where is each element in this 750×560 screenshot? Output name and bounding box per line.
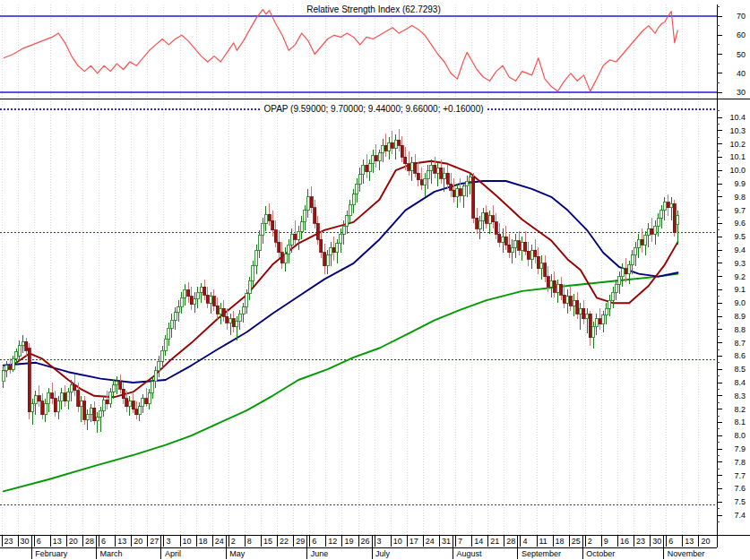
x-day-label: 16 — [620, 537, 629, 546]
price-ytick-label: 9.4 — [734, 246, 746, 254]
candle — [362, 165, 365, 174]
candle — [553, 280, 556, 292]
price-ytick-label: 8.0 — [734, 431, 746, 440]
x-day-label: 30 — [652, 537, 661, 546]
candle — [290, 234, 293, 245]
x-day-label: 10 — [183, 537, 192, 546]
candle — [628, 264, 631, 273]
candle — [336, 244, 339, 253]
price-ytick-label: 7.7 — [734, 471, 746, 480]
rsi-ytick-label: 30 — [737, 88, 746, 97]
candle — [158, 361, 160, 370]
candle — [488, 216, 491, 224]
x-day-label: 14 — [474, 537, 483, 546]
rsi-panel-title: Relative Strength Index (62.7293) — [304, 4, 444, 14]
candle — [180, 297, 183, 306]
price-ytick-label: 7.9 — [734, 444, 746, 453]
price-ytick-label: 7.4 — [734, 511, 746, 520]
candle — [637, 239, 640, 247]
x-month-label: November — [668, 549, 705, 558]
rsi-ytick-label: 60 — [737, 30, 746, 39]
x-day-label: 2 — [588, 537, 592, 546]
x-day-label: 2 — [231, 537, 236, 546]
candle — [77, 391, 80, 407]
candle — [220, 308, 222, 314]
candle — [132, 401, 134, 409]
candle — [391, 142, 393, 148]
candle — [618, 277, 621, 285]
opap-chart-window: 304050607010.410.310.210.110.09.99.89.79… — [0, 0, 750, 560]
x-day-label: 15 — [263, 537, 272, 546]
candle — [51, 393, 54, 399]
candle — [60, 393, 63, 401]
candle — [194, 299, 196, 305]
candle — [300, 222, 303, 231]
candle — [116, 382, 118, 385]
candle — [255, 250, 258, 266]
x-day-label: 6 — [668, 537, 673, 546]
candle — [119, 382, 122, 390]
candle — [168, 328, 170, 339]
candle — [264, 214, 267, 223]
candle — [5, 366, 8, 371]
price-ytick-label: 8.2 — [734, 405, 746, 414]
x-day-label: 28 — [85, 537, 94, 546]
candle — [478, 220, 481, 228]
candle — [384, 145, 387, 151]
x-day-label: 17 — [409, 537, 418, 546]
candle — [459, 189, 461, 195]
candle — [109, 392, 112, 403]
x-month-label: June — [311, 549, 329, 558]
price-ytick-label: 7.5 — [734, 497, 746, 506]
candle — [508, 245, 511, 253]
candle — [641, 239, 643, 245]
candle — [122, 389, 125, 398]
candle — [647, 228, 650, 235]
candle — [28, 349, 30, 412]
candle — [86, 415, 89, 420]
candle — [304, 211, 306, 222]
x-day-label: 4 — [522, 537, 527, 546]
rsi-ytick-label: 40 — [737, 69, 746, 78]
candle — [38, 396, 40, 401]
candle — [599, 319, 601, 324]
candle — [288, 245, 290, 254]
price-ytick-label: 10.4 — [729, 113, 746, 122]
candle — [482, 213, 485, 221]
candle — [320, 239, 323, 253]
candle — [592, 327, 595, 338]
candle — [90, 408, 92, 414]
candle — [323, 253, 326, 266]
candle — [527, 251, 530, 259]
candle — [206, 295, 209, 303]
candle — [102, 400, 105, 410]
candle — [462, 186, 465, 195]
candle — [436, 168, 439, 173]
candle — [401, 145, 403, 157]
candle — [294, 234, 297, 239]
x-day-label: 18 — [556, 537, 565, 546]
candle — [99, 410, 102, 417]
candle — [521, 242, 523, 250]
candle — [67, 392, 70, 401]
candle — [368, 164, 371, 172]
candle — [466, 181, 469, 186]
candle — [424, 178, 427, 185]
price-ytick-label: 8.8 — [734, 325, 746, 334]
candle — [534, 250, 537, 256]
candle — [498, 234, 501, 242]
x-day-label: 21 — [490, 537, 499, 546]
candle — [440, 168, 443, 178]
price-ytick-label: 9.0 — [734, 298, 746, 307]
candle — [340, 234, 342, 243]
price-panel-title: OPAP (9.59000; 9.70000; 9.44000; 9.66000… — [261, 104, 486, 114]
candle — [229, 319, 232, 323]
candle — [252, 266, 254, 280]
candle — [524, 242, 527, 251]
x-day-label: 13 — [117, 537, 126, 546]
candle — [358, 175, 361, 184]
candle — [174, 313, 177, 321]
x-month-label: September — [522, 549, 561, 558]
x-month-label: July — [375, 549, 391, 558]
candle — [540, 263, 543, 269]
